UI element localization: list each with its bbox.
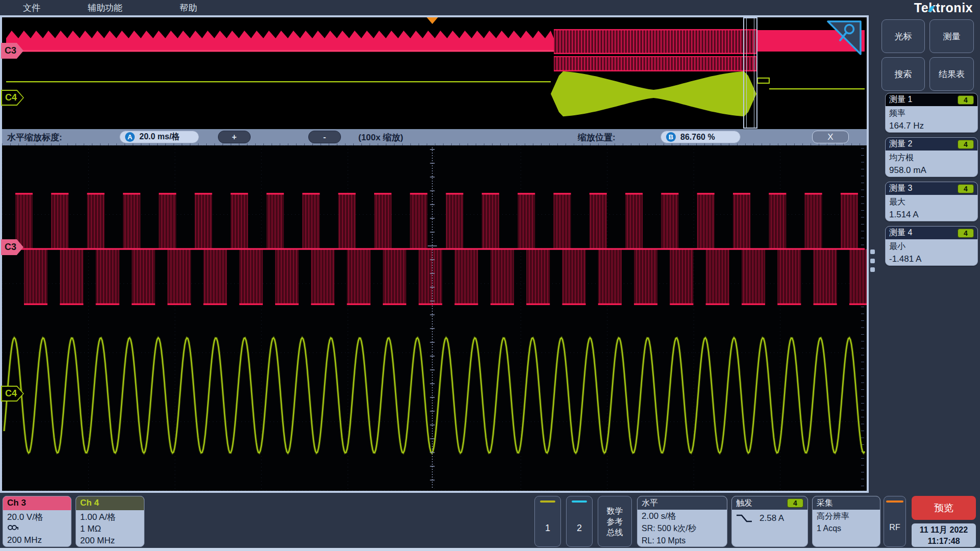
menu-file[interactable]: 文件 — [23, 2, 40, 14]
acquisition-mode: 高分辨率 — [817, 510, 876, 522]
measurement-1-name: 频率 — [889, 107, 974, 119]
menu-utility[interactable]: 辅助功能 — [88, 2, 122, 14]
ch4-impedance: 1 MΩ — [80, 523, 140, 535]
main-waveform-display: C3 C4 — [2, 145, 867, 491]
sample-rate: SR: 500 k次/秒 — [642, 522, 723, 535]
measurement-2-name: 均方根 — [889, 151, 974, 164]
math-ref-bus-button[interactable]: 数学 参考 总线 — [598, 496, 632, 547]
date: 11 11月 2022 — [912, 524, 976, 536]
rf-color-bar — [886, 500, 903, 503]
zoom-selection-box-inner — [746, 18, 754, 128]
zoom-scale-label: 水平缩放标度: — [7, 132, 62, 143]
ch4-badge[interactable]: Ch 4 1.00 A/格 1 MΩ 200 MHz — [76, 496, 144, 547]
tektronix-logo: Tektronix — [914, 1, 973, 15]
measurement-1-value: 164.7 Hz — [889, 119, 974, 132]
zoom-selection-box[interactable] — [743, 17, 757, 129]
bottom-bar: Ch 3 20.0 V/格 200 MHz Ch 4 1.00 A/格 1 MΩ… — [0, 493, 980, 548]
results-table-button[interactable]: 结果表 — [929, 57, 974, 91]
horizontal-scale: 2.00 s/格 — [642, 510, 723, 522]
ch4-name: Ch 4 — [76, 496, 144, 510]
zoom-control-bar: 水平缩放标度: A 20.0 ms/格 + - (100x 缩放) 缩放位置: … — [2, 129, 867, 145]
time: 11:17:48 — [912, 536, 976, 547]
search-button[interactable]: 搜索 — [881, 57, 925, 91]
measurement-1-title: 测量 1 — [889, 94, 912, 105]
measurement-4-name: 最小 — [889, 240, 974, 253]
measurement-3-source-badge: 4 — [958, 184, 974, 193]
bottom-edge-strip — [0, 548, 980, 551]
zoom-scale-knob[interactable]: A 20.0 ms/格 — [119, 131, 199, 143]
zoom-close-button[interactable]: X — [812, 131, 849, 143]
record-length: RL: 10 Mpts — [642, 535, 723, 547]
main-waveforms — [2, 145, 867, 491]
ch3-name: Ch 3 — [3, 496, 71, 510]
ch3-badge[interactable]: Ch 3 20.0 V/格 200 MHz — [3, 496, 71, 547]
zoom-position-label: 缩放位置: — [578, 132, 616, 143]
knob-b-icon: B — [666, 132, 676, 142]
ch4-bandwidth: 200 MHz — [80, 535, 140, 546]
acquisition-count: 1 Acqs — [817, 522, 876, 535]
measurement-3-panel[interactable]: 测量 3 4 最大 1.514 A — [885, 182, 978, 221]
rf-button[interactable]: RF — [884, 496, 906, 547]
magnifier-corner-icon[interactable] — [827, 20, 863, 56]
splitter-drag-handle[interactable] — [870, 249, 875, 272]
measurement-2-source-badge: 4 — [958, 140, 974, 149]
trigger-source-badge: 4 — [787, 498, 803, 508]
view2-color-bar — [572, 500, 587, 503]
measurement-2-title: 测量 2 — [889, 139, 912, 149]
horizontal-panel[interactable]: 水平 2.00 s/格 SR: 500 k次/秒 RL: 10 Mpts — [637, 496, 727, 547]
zoom-position-value: 86.760 % — [680, 133, 715, 142]
trigger-title: 触发 — [736, 498, 752, 509]
measurement-3-name: 最大 — [889, 195, 974, 208]
menu-bar: 文件 辅助功能 帮助 Tektronix — [0, 0, 980, 15]
measure-button[interactable]: 测量 — [929, 19, 974, 53]
zoom-factor-label: (100x 缩放) — [358, 132, 403, 143]
menu-help[interactable]: 帮助 — [180, 2, 197, 14]
measurement-4-source-badge: 4 — [958, 229, 974, 238]
datetime-display[interactable]: 11 11月 2022 11:17:48 — [912, 523, 976, 547]
waveform-view-2-button[interactable]: 2 — [566, 496, 593, 547]
view1-color-bar — [540, 500, 555, 503]
measurement-2-value: 958.0 mA — [889, 164, 974, 177]
preview-button[interactable]: 预览 — [912, 496, 976, 520]
zoom-scale-value: 20.0 ms/格 — [139, 132, 180, 142]
acquisition-title: 采集 — [817, 498, 833, 509]
trigger-level: 2.58 A — [760, 512, 784, 524]
falling-edge-icon — [736, 514, 752, 523]
trigger-position-marker-icon[interactable] — [427, 17, 438, 24]
zoom-overview-window: C3 C4 — [2, 17, 867, 129]
measurement-2-panel[interactable]: 测量 2 4 均方根 958.0 mA — [885, 137, 978, 177]
measurement-4-title: 测量 4 — [889, 228, 912, 238]
measurement-4-panel[interactable]: 测量 4 4 最小 -1.481 A — [885, 226, 978, 266]
horizontal-title: 水平 — [642, 498, 658, 509]
measurement-1-panel[interactable]: 测量 1 4 频率 164.7 Hz — [885, 93, 978, 133]
ch4-scale: 1.00 A/格 — [80, 511, 140, 523]
trigger-panel[interactable]: 触发 4 2.58 A — [731, 496, 808, 547]
probe-icon — [7, 523, 67, 534]
overview-waveforms — [2, 17, 867, 129]
ch3-bandwidth: 200 MHz — [7, 534, 67, 546]
ch3-scale: 20.0 V/格 — [7, 511, 67, 523]
knob-a-icon: A — [125, 132, 135, 142]
measurement-3-title: 测量 3 — [889, 183, 912, 194]
zoom-in-button[interactable]: + — [218, 131, 251, 143]
measurement-1-source-badge: 4 — [958, 95, 974, 105]
zoom-out-button[interactable]: - — [308, 131, 341, 143]
zoom-position-knob[interactable]: B 86.760 % — [660, 131, 741, 143]
cursor-button[interactable]: 光标 — [881, 19, 925, 53]
measurement-4-value: -1.481 A — [889, 253, 974, 265]
acquisition-panel[interactable]: 采集 高分辨率 1 Acqs — [812, 496, 880, 547]
measurement-3-value: 1.514 A — [889, 208, 974, 221]
waveform-view-1-button[interactable]: 1 — [534, 496, 561, 547]
